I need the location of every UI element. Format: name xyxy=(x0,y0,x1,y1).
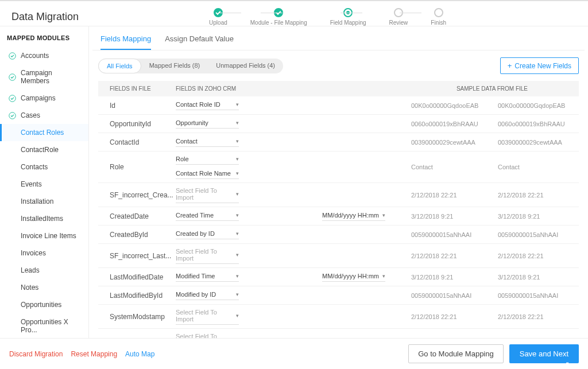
sidebar-item-opportunities[interactable]: Opportunities xyxy=(0,296,88,313)
sidebar-item-label: InstalledItems xyxy=(21,215,63,223)
discard-migration-link[interactable]: Discard Migration xyxy=(9,350,63,358)
spacer xyxy=(9,232,16,240)
sample-value: 0060o000019xBhRAAU xyxy=(405,121,492,127)
sidebar-item-invoices[interactable]: Invoices xyxy=(0,244,88,262)
table-row: Id Contact Role ID▾ 00K0o00000GqdooEAB 0… xyxy=(98,96,579,115)
chevron-down-icon: ▾ xyxy=(382,212,385,218)
spacer xyxy=(9,181,16,188)
field-mapping-dropdown[interactable]: Contact Role ID▾ xyxy=(176,99,239,110)
spacer xyxy=(9,164,16,171)
field-mapping-dropdown[interactable]: Role▾ xyxy=(176,154,239,165)
sample-value: 2/12/2018 22:21 xyxy=(405,313,492,320)
footer: Discard Migration Reset Mapping Auto Map… xyxy=(0,338,588,369)
content: Fields MappingAssign Default Value All F… xyxy=(89,26,588,338)
step-upload: Upload xyxy=(209,8,227,26)
chevron-down-icon: ▾ xyxy=(236,191,239,197)
table-row: Role Role▾Contact Role Name▾ Contact Con… xyxy=(98,152,579,183)
auto-map-link[interactable]: Auto Map xyxy=(125,350,154,358)
main: MAPPED MODULES AccountsCampaign MembersC… xyxy=(0,26,588,338)
field-mapping-dropdown[interactable]: Select Field To Import▾ xyxy=(176,307,239,325)
page-title: Data Migration xyxy=(11,8,79,23)
sidebar-item-contact-roles[interactable]: Contact Roles xyxy=(0,124,88,141)
sample-data: 2/12/2018 22:21 2/12/2018 22:21 xyxy=(405,313,579,320)
sample-data: 2/12/2018 22:21 2/12/2018 22:21 xyxy=(405,192,579,199)
spacer xyxy=(9,301,16,309)
field-mapping-dropdown[interactable]: Select Field To Import▾ xyxy=(176,331,239,338)
spacer xyxy=(9,250,16,257)
sidebar-item-label: Installation xyxy=(21,197,53,205)
col-header-format xyxy=(322,86,405,92)
sidebar-item-installation[interactable]: Installation xyxy=(0,193,88,210)
save-next-label: Save and Next xyxy=(520,349,568,358)
sidebar-item-label: Invoices xyxy=(21,249,46,257)
sidebar-item-contacts[interactable]: Contacts xyxy=(0,158,88,176)
sample-data: 3/12/2018 9:21 3/12/2018 9:21 xyxy=(405,213,579,220)
dropdown-stack: Select Field To Import▾ xyxy=(176,244,322,267)
sidebar-item-accounts[interactable]: Accounts xyxy=(0,47,88,64)
sidebar-item-label: Invoice Line Items xyxy=(21,232,76,240)
create-button-label: Create New Fields xyxy=(514,62,571,70)
chevron-down-icon: ▾ xyxy=(236,170,239,176)
sidebar-item-installeditems[interactable]: InstalledItems xyxy=(0,210,88,227)
format-cell: MM/dd/yyyy HH:mm▾ xyxy=(322,210,405,222)
field-mapping-dropdown[interactable]: Created by ID▾ xyxy=(176,228,239,239)
field-mapping-dropdown[interactable]: Select Field To Import▾ xyxy=(176,185,239,203)
date-format-dropdown[interactable]: MM/dd/yyyy HH:mm▾ xyxy=(322,271,385,282)
sample-value: 2/12/2018 22:21 xyxy=(492,192,579,199)
sample-data: 3/12/2018 9:21 3/12/2018 9:21 xyxy=(405,274,579,281)
pill-all-fields[interactable]: All Fields xyxy=(98,59,141,73)
field-mapping-dropdown[interactable]: Created Time▾ xyxy=(176,210,239,221)
sample-value: 2/12/2018 22:21 xyxy=(405,192,492,199)
sidebar-item-label: Opportunities X Pro... xyxy=(21,318,82,334)
tab-fields-mapping[interactable]: Fields Mapping xyxy=(100,34,151,50)
chevron-down-icon: ▾ xyxy=(236,156,239,162)
field-name: SF_incorrect_Crea... xyxy=(98,191,170,199)
field-mapping-dropdown[interactable]: Modified Time▾ xyxy=(176,271,239,282)
table-row: ContactId Contact▾ 00390000029cewtAAA 00… xyxy=(98,133,579,152)
dropdown-stack: Contact▾ xyxy=(176,134,322,150)
field-name: CreatedById xyxy=(98,231,170,239)
sidebar-item-campaign-members[interactable]: Campaign Members xyxy=(0,64,88,90)
save-and-next-button[interactable]: Save and Next ↖ xyxy=(509,344,579,363)
sidebar-item-campaigns[interactable]: Campaigns xyxy=(0,90,88,107)
sample-data: 00K0o00000GqdooEAB 00K0o00000GqdopEAB xyxy=(405,102,579,109)
sidebar-scroll[interactable]: AccountsCampaign MembersCampaignsCasesCo… xyxy=(0,47,88,338)
step-line xyxy=(261,13,283,13)
field-mapping-dropdown[interactable]: Modified by ID▾ xyxy=(176,289,239,300)
col-header-file: FIELDS IN FILE xyxy=(98,86,170,92)
sidebar-item-label: Campaign Members xyxy=(21,69,82,85)
table-row: SystemModstamp Select Field To Import▾ 2… xyxy=(98,305,579,329)
sidebar-item-notes[interactable]: Notes xyxy=(0,279,88,296)
field-mapping-dropdown[interactable]: Select Field To Import▾ xyxy=(176,246,239,264)
sample-data: 0060o000019xBhRAAU 0060o000019xBhRAAU xyxy=(405,121,579,127)
sidebar-item-cases[interactable]: Cases xyxy=(0,107,88,124)
chevron-down-icon: ▾ xyxy=(236,231,239,236)
pill-mapped-fields-[interactable]: Mapped Fields (8) xyxy=(141,59,208,73)
sample-value: 00590000015aNhAAI xyxy=(492,231,579,238)
sidebar-item-contactrole[interactable]: ContactRole xyxy=(0,141,88,158)
chevron-down-icon: ▾ xyxy=(236,252,239,258)
reset-mapping-link[interactable]: Reset Mapping xyxy=(71,350,117,358)
sample-value: 00590000015aNhAAI xyxy=(405,292,492,299)
pill-unmapped-fields-[interactable]: Unmapped Fields (4) xyxy=(208,59,283,73)
table-header: FIELDS IN FILE FIELDS IN ZOHO CRM SAMPLE… xyxy=(98,81,579,96)
field-name: Id xyxy=(98,102,170,110)
sample-value: 0060o000019xBhRAAU xyxy=(492,121,579,127)
dropdown-stack: Created by ID▾ xyxy=(176,226,322,243)
field-mapping-dropdown[interactable]: Contact Role Name▾ xyxy=(176,168,239,179)
sidebar-title: MAPPED MODULES xyxy=(0,26,88,47)
create-new-fields-button[interactable]: + Create New Fields xyxy=(500,57,579,74)
sidebar-item-leads[interactable]: Leads xyxy=(0,262,88,279)
field-name: SystemModstamp xyxy=(98,313,170,321)
step-label: Upload xyxy=(209,20,227,26)
go-to-module-mapping-button[interactable]: Go to Module Mapping xyxy=(408,344,504,363)
sidebar-item-opportunities-x-pro-[interactable]: Opportunities X Pro... xyxy=(0,313,88,338)
sidebar-item-invoice-line-items[interactable]: Invoice Line Items xyxy=(0,227,88,244)
tab-assign-default-value[interactable]: Assign Default Value xyxy=(165,34,234,50)
field-mapping-dropdown[interactable]: Opportunity▾ xyxy=(176,118,239,129)
field-mapping-dropdown[interactable]: Contact▾ xyxy=(176,136,239,147)
spacer xyxy=(9,146,16,154)
chevron-down-icon: ▾ xyxy=(236,292,239,297)
date-format-dropdown[interactable]: MM/dd/yyyy HH:mm▾ xyxy=(322,210,385,221)
sidebar-item-events[interactable]: Events xyxy=(0,176,88,193)
